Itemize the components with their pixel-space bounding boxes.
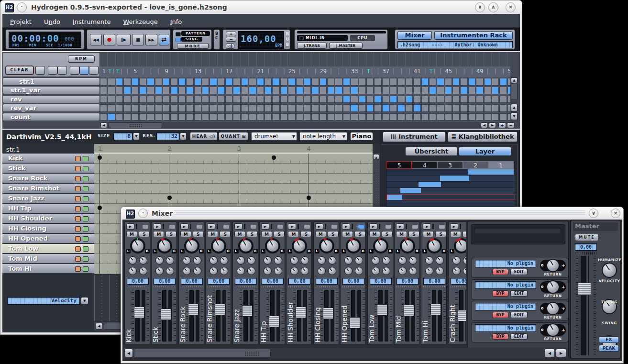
scroll-left-icon[interactable]: ◀	[100, 122, 107, 128]
fx-send-knob-1[interactable]	[290, 256, 298, 265]
sample-play-button[interactable]: ▶	[342, 223, 350, 230]
song-cell[interactable]	[499, 87, 507, 94]
song-cell[interactable]	[218, 96, 225, 103]
song-cell[interactable]	[327, 87, 334, 94]
mute-button[interactable]: M	[315, 231, 326, 237]
layer-button[interactable]: Layer	[459, 147, 511, 156]
song-cell[interactable]	[163, 87, 170, 94]
song-cell[interactable]	[452, 78, 460, 86]
song-cell[interactable]	[272, 104, 279, 112]
fx-bypass-button[interactable]: BYP	[492, 269, 508, 275]
fx-send-knob-2[interactable]	[274, 256, 282, 265]
scroll-left2-icon[interactable]: ◀	[544, 349, 555, 357]
fx-send-knob-1[interactable]	[209, 256, 218, 265]
tab-library[interactable]: ≣ Klangbibliothek	[448, 132, 518, 142]
song-cell[interactable]	[116, 78, 123, 86]
song-cell[interactable]	[445, 87, 452, 94]
song-cell[interactable]	[343, 87, 350, 94]
song-cell[interactable]	[351, 104, 358, 112]
ruler-cell[interactable]: 1	[100, 68, 108, 75]
fx-send-knob-4[interactable]	[463, 267, 466, 275]
instrument-solo-button[interactable]	[83, 196, 88, 201]
tab-instrument[interactable]: Instrument	[383, 132, 446, 142]
mute-button[interactable]: M	[369, 231, 380, 237]
fx-plugin-name-lcd[interactable]: No plugin	[475, 260, 536, 267]
zoom-in-button[interactable]: +	[498, 122, 506, 128]
song-cell[interactable]	[241, 78, 248, 86]
pattern-grid-row[interactable]	[94, 154, 373, 164]
song-cell[interactable]	[116, 113, 123, 121]
song-cell[interactable]	[194, 78, 201, 86]
fx-send-knob-4[interactable]	[139, 267, 147, 275]
mixer-hscrollbar[interactable]: ◀ ◀ ▶	[123, 348, 568, 358]
mode-button[interactable]: MODE	[177, 43, 209, 49]
ruler-cell[interactable]: |	[406, 68, 413, 75]
song-cell[interactable]	[202, 87, 209, 94]
ruler-cell[interactable]: 21	[257, 68, 264, 75]
instrument-row[interactable]: HH Closing	[2, 224, 94, 233]
zoom-out-button[interactable]: −	[507, 122, 515, 128]
song-cell[interactable]	[445, 104, 452, 112]
close-icon[interactable]: ×	[506, 2, 516, 12]
fader-handle[interactable]	[161, 309, 171, 320]
song-cell[interactable]	[429, 96, 436, 103]
mute-button[interactable]: M	[450, 231, 461, 237]
song-cell[interactable]	[194, 104, 201, 112]
song-cell[interactable]	[178, 78, 186, 86]
song-cell[interactable]	[452, 96, 460, 103]
bpm-minus-button[interactable]: −	[226, 37, 236, 42]
fx-send-knob-4[interactable]	[220, 267, 228, 275]
instrument-solo-button[interactable]	[83, 216, 88, 221]
song-hscrollbar[interactable]: ◀ ◀ ▶ + −	[100, 122, 510, 129]
song-cell[interactable]	[460, 113, 467, 121]
fx-send-knob-1[interactable]	[398, 256, 407, 265]
song-cell[interactable]	[366, 96, 374, 103]
ruler-cell[interactable]: |	[202, 68, 209, 75]
shade-up-icon[interactable]: ∧	[488, 2, 498, 12]
song-cell[interactable]	[304, 78, 311, 86]
song-cell[interactable]	[147, 104, 154, 112]
note-property-combobox[interactable]: note length ▼	[299, 132, 347, 141]
song-cell[interactable]	[155, 78, 162, 86]
ruler-cell[interactable]: |	[304, 68, 311, 75]
instrument-mute-button[interactable]	[75, 266, 81, 272]
song-cell[interactable]	[296, 104, 303, 112]
fx-send-knob-4[interactable]	[328, 267, 336, 275]
ruler-cell[interactable]: |	[499, 68, 507, 75]
ruler-cell[interactable]: |	[492, 68, 499, 75]
song-cell[interactable]	[492, 87, 499, 94]
layer-row[interactable]	[386, 182, 515, 188]
layer-header-cell[interactable]: 3	[437, 161, 463, 169]
song-cell[interactable]	[178, 104, 186, 112]
ruler-cell[interactable]: 29	[320, 68, 327, 75]
show-peaks-button[interactable]: PEAK	[599, 345, 619, 352]
pan-knob[interactable]	[319, 238, 334, 254]
instrument-row[interactable]: Tom Hi	[2, 264, 94, 274]
pattern-grid-row[interactable]	[94, 174, 373, 184]
song-cell[interactable]	[445, 113, 452, 121]
song-cell[interactable]	[476, 96, 483, 103]
song-cell[interactable]	[123, 113, 131, 121]
song-cell[interactable]	[225, 104, 232, 112]
song-cell[interactable]	[304, 104, 311, 112]
vscroll-thumb[interactable]	[511, 84, 518, 100]
song-cell[interactable]	[147, 78, 154, 86]
song-cell[interactable]	[288, 96, 295, 103]
song-cell[interactable]	[327, 78, 334, 86]
solo-button[interactable]: S	[382, 231, 393, 237]
song-cell[interactable]	[460, 87, 467, 94]
layer-header-cell[interactable]: 1	[488, 161, 514, 169]
song-cell[interactable]	[241, 87, 248, 94]
song-cell[interactable]	[257, 96, 264, 103]
song-pattern-name[interactable]: count	[2, 113, 100, 121]
instrument-row[interactable]: Stick	[2, 164, 94, 173]
ruler-cell[interactable]: 53	[507, 68, 511, 75]
fx-edit-button[interactable]: EDIT	[510, 269, 528, 275]
song-cell[interactable]	[233, 96, 240, 103]
quantize-button[interactable]: QUANT ⊞	[219, 132, 248, 141]
song-cell[interactable]	[257, 87, 264, 94]
song-cell[interactable]	[280, 87, 287, 94]
fx-send-knob-4[interactable]	[436, 267, 444, 275]
pattern-grid-row[interactable]	[94, 164, 373, 174]
song-cell[interactable]	[484, 96, 491, 103]
